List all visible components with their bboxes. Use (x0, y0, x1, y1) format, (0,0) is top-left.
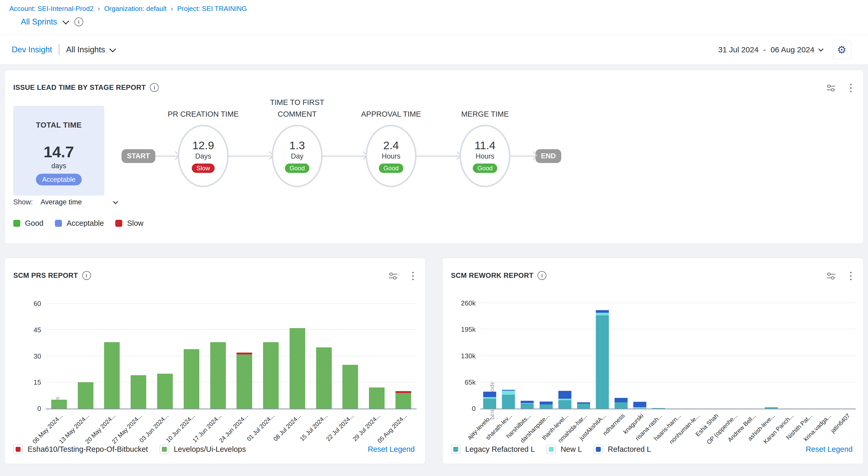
bar-column[interactable]: 01 Jul 2024... (257, 304, 284, 409)
bar-column[interactable]: 22 Jul 2024... (337, 304, 364, 409)
bar-segment[interactable] (652, 408, 665, 409)
kebab-menu-icon[interactable] (849, 271, 852, 281)
bar-column[interactable]: 24 Jun 2024... (231, 304, 257, 409)
bar-segment[interactable] (157, 374, 173, 409)
bar-segment[interactable] (342, 365, 358, 409)
legend-item[interactable]: New L (547, 445, 582, 454)
breadcrumb-account[interactable]: Account: SEI-Internal-Prod2 (9, 5, 94, 13)
bar-segment[interactable] (633, 402, 646, 407)
date-range-picker[interactable]: 31 Jul 2024 - 06 Aug 2024 (718, 45, 823, 54)
bar-segment[interactable] (78, 382, 93, 409)
bar-segment[interactable] (765, 407, 778, 409)
bar-column[interactable]: nonhuman-le... (687, 303, 706, 409)
bar-segment[interactable] (51, 400, 67, 409)
bar-column[interactable]: 29 Jul 2024... (364, 304, 390, 409)
stage-circle[interactable]: 2.4 Hours Good (366, 125, 416, 187)
stage-circle[interactable]: 1.3 Day Good (272, 125, 323, 187)
stage-circle[interactable]: 12.9 Days Slow (178, 125, 229, 187)
bar-segment[interactable] (596, 313, 609, 315)
bar-segment[interactable] (577, 404, 590, 409)
bar-column[interactable]: ashish-leve... (762, 303, 781, 409)
bar-segment[interactable] (289, 328, 305, 409)
module-title[interactable]: Dev Insight (12, 45, 52, 54)
bar-column[interactable]: ndharness (612, 303, 630, 409)
bar-column[interactable]: sharath-lev... (499, 303, 518, 409)
bar-segment[interactable] (184, 349, 199, 409)
breadcrumb-organization[interactable]: Organization: default (104, 5, 166, 13)
info-icon[interactable]: i (150, 83, 159, 92)
bar-segment[interactable] (237, 353, 252, 354)
bar-column[interactable]: thanh-level... (556, 303, 574, 409)
bar-column[interactable]: Andrew Bell... (743, 303, 762, 409)
bar-column[interactable]: 27 May 2024... (125, 304, 152, 409)
prs-bar-chart[interactable]: PRs 01530456006 May 2024...13 May 2024..… (46, 304, 416, 409)
stage-circle[interactable]: 11.4 Hours Good (460, 125, 510, 187)
bar-column[interactable]: nmahida-har... (574, 303, 593, 409)
legend-item[interactable]: Refactored L (593, 445, 651, 454)
breadcrumb-project[interactable]: Project: SEI TRAINING (177, 5, 247, 13)
rework-bar-chart[interactable]: Lines of Code 065k130k195k260kajay-level… (480, 303, 856, 409)
filter-sliders-icon[interactable] (826, 83, 837, 93)
bar-segment[interactable] (596, 310, 609, 313)
kebab-menu-icon[interactable] (411, 271, 415, 281)
info-icon[interactable]: i (537, 271, 547, 280)
settings-gear-button[interactable]: ⚙ (832, 40, 851, 59)
legend-item[interactable]: Levelops/Ui-Levelops (159, 445, 246, 454)
bar-column[interactable]: 06 May 2024... (46, 304, 72, 409)
bar-column[interactable]: OP (oppenhe... (724, 303, 743, 409)
filter-sliders-icon[interactable] (388, 271, 399, 281)
reset-legend-link[interactable]: Reset Legend (806, 445, 852, 454)
bar-segment[interactable] (615, 398, 628, 402)
legend-item[interactable]: Legacy Refactored L (451, 445, 535, 454)
bar-segment[interactable] (210, 342, 226, 409)
bar-column[interactable]: justAkshitA... (593, 303, 612, 409)
kebab-menu-icon[interactable] (849, 83, 852, 93)
bar-segment[interactable] (540, 405, 553, 409)
bar-segment[interactable] (483, 392, 496, 397)
bar-segment[interactable] (483, 399, 496, 409)
bar-column[interactable]: Esha Shah (706, 303, 724, 409)
reset-legend-link[interactable]: Reset Legend (368, 445, 415, 454)
bar-segment[interactable] (369, 387, 384, 409)
bar-segment[interactable] (615, 402, 628, 409)
bar-segment[interactable] (502, 395, 515, 409)
bar-column[interactable]: harshilbits... (518, 303, 536, 409)
chevron-down-icon[interactable] (62, 18, 69, 24)
info-icon[interactable]: i (74, 18, 83, 26)
filter-sliders-icon[interactable] (826, 271, 837, 281)
sprint-selector[interactable]: All Sprints i (21, 17, 83, 27)
bar-segment[interactable] (521, 404, 534, 409)
insight-selector[interactable]: All Insights (66, 45, 115, 54)
show-dropdown[interactable]: Show: Average time (13, 198, 117, 206)
bar-column[interactable]: 17 Jun 2024... (205, 304, 231, 409)
bar-segment[interactable] (558, 400, 571, 409)
bar-column[interactable]: haaris-harn... (668, 303, 687, 409)
legend-item[interactable]: Esha610/Testing-Repo-Of-Bitbucket (13, 445, 148, 454)
bar-segment[interactable] (502, 391, 515, 395)
bar-column[interactable]: krina.vadga... (818, 303, 837, 409)
bar-column[interactable]: 03 Jun 2024... (152, 304, 178, 409)
bar-segment[interactable] (396, 393, 411, 409)
bar-column[interactable]: 15 Jul 2024... (311, 304, 337, 409)
bar-column[interactable]: 13 May 2024... (72, 304, 99, 409)
bar-column[interactable]: Karan Panch... (781, 303, 800, 409)
bar-segment[interactable] (558, 391, 571, 399)
bar-segment[interactable] (633, 407, 646, 409)
bar-segment[interactable] (596, 315, 609, 409)
bar-column[interactable]: jatin6407 (837, 303, 856, 409)
bar-segment[interactable] (131, 375, 146, 409)
bar-column[interactable]: darshanpate... (536, 303, 555, 409)
bar-segment[interactable] (540, 401, 553, 405)
bar-segment[interactable] (263, 342, 279, 409)
bar-column[interactable]: 20 May 2024... (99, 304, 125, 409)
bar-column[interactable]: Nishith Pat... (800, 303, 818, 409)
bar-column[interactable]: knagurski (630, 303, 649, 409)
bar-column[interactable]: 05 Aug 2024... (390, 304, 416, 409)
bar-column[interactable]: 08 Jul 2024... (284, 304, 311, 409)
bar-segment[interactable] (521, 401, 534, 403)
bar-column[interactable]: ajay-levelo... (480, 303, 499, 409)
bar-segment[interactable] (316, 347, 332, 409)
bar-column[interactable]: 10 Jun 2024... (178, 304, 205, 409)
bar-segment[interactable] (104, 342, 120, 409)
bar-segment[interactable] (237, 354, 252, 409)
